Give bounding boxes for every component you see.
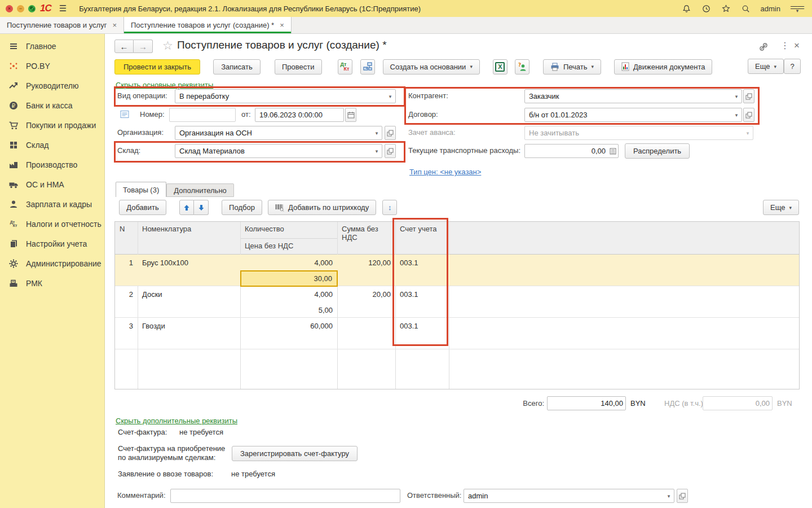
sidebar-item-poby[interactable]: PO.BY [0, 56, 104, 76]
assistant-button[interactable]: ? [515, 59, 529, 75]
form-more-button[interactable]: Еще▾ [748, 59, 784, 74]
cell-price-selected[interactable]: 30,00 [240, 270, 338, 287]
price-type-link[interactable]: Тип цен: <не указан> [409, 168, 481, 176]
tab-dopolnitelno[interactable]: Дополнительно [166, 183, 234, 197]
cell-qty[interactable]: 4,000 [240, 255, 337, 270]
cell-price[interactable]: 5,00 [240, 302, 337, 318]
favorite-star-icon[interactable]: ☆ [162, 39, 173, 52]
more-menu-kebab-icon[interactable]: ⋮ [780, 40, 789, 51]
dropdown-arrow-icon[interactable]: ▾ [372, 144, 382, 157]
table-row[interactable]: 2 Доски 4,000 5,00 20,00 003.1 [115, 286, 799, 318]
warehouse-open-button[interactable] [385, 144, 396, 158]
distribute-button[interactable]: Распределить [625, 143, 690, 159]
warehouse-field[interactable]: Склад Материалов ▾ [175, 144, 382, 158]
sidebar-item-proizvodstvo[interactable]: Производство [0, 155, 104, 174]
register-invoice-button[interactable]: Зарегистрировать счет-фактуру [232, 446, 358, 461]
cell-qty[interactable]: 60,000 [240, 318, 337, 334]
comment-field[interactable] [170, 489, 400, 503]
dropdown-arrow-icon[interactable]: ▾ [731, 108, 742, 121]
dropdown-arrow-icon[interactable]: ▾ [664, 489, 674, 502]
organization-open-button[interactable] [385, 126, 396, 140]
add-by-barcode-button[interactable]: Добавить по штрихкоду [268, 200, 376, 215]
sidebar-item-glavnoe[interactable]: Главное [0, 36, 104, 56]
dropdown-arrow-icon[interactable]: ▾ [385, 90, 395, 103]
zoom-window-icon[interactable] [28, 5, 36, 12]
cell-n[interactable]: 3 [115, 318, 138, 334]
tab-tovary[interactable]: Товары (3) [116, 182, 166, 197]
items-table[interactable]: N Номенклатура Количество Цена без НДС С… [114, 221, 800, 389]
minimize-window-icon[interactable]: − [17, 5, 24, 12]
back-button[interactable]: ← [114, 40, 134, 53]
sidebar-item-administrirovanie[interactable]: Администрирование [0, 253, 104, 273]
move-row-down-button[interactable] [194, 200, 209, 215]
sidebar-item-nalogi-otchetnost[interactable]: ДтКт Налоги и отчетность [0, 214, 104, 234]
close-window-icon[interactable]: × [6, 5, 13, 12]
hide-additional-attributes-link[interactable]: Скрыть дополнительные реквизиты [116, 417, 237, 425]
dropdown-arrow-icon[interactable]: ▾ [731, 90, 742, 103]
post-button[interactable]: Провести [275, 59, 322, 75]
col-header-item[interactable]: Номенклатура [138, 222, 240, 236]
sidebar-item-nastroyki-ucheta[interactable]: Настройки учета [0, 234, 104, 253]
cell-n[interactable]: 1 [115, 255, 138, 270]
current-user[interactable]: admin [761, 5, 780, 13]
create-based-on-button[interactable]: Создать на основании▾ [383, 59, 480, 75]
tab-postuplenie-create[interactable]: Поступление товаров и услуг (создание) *… [124, 17, 292, 33]
close-tab-icon[interactable]: × [280, 21, 284, 29]
cell-sum[interactable]: 20,00 [337, 286, 395, 302]
table-row[interactable]: 3 Гвозди 60,000 003.1 [115, 318, 799, 349]
col-header-sum[interactable]: Сумма без НДС [337, 222, 395, 244]
print-button[interactable]: Печать▾ [543, 59, 601, 75]
cell-account[interactable]: 003.1 [395, 318, 449, 334]
search-icon[interactable] [741, 4, 751, 14]
document-movements-button[interactable]: Движения документа [614, 59, 712, 75]
col-header-n[interactable]: N [115, 222, 138, 236]
cell-qty[interactable]: 4,000 [240, 286, 337, 302]
move-row-up-button[interactable] [179, 200, 194, 215]
post-and-close-button[interactable]: Провести и закрыть [114, 59, 200, 75]
contract-open-button[interactable] [743, 108, 754, 122]
sidebar-item-rmk[interactable]: РМК [0, 273, 104, 293]
write-button[interactable]: Записать [213, 59, 261, 75]
counterparty-field[interactable]: Заказчик ▾ [524, 89, 742, 103]
structure-button[interactable] [360, 59, 375, 75]
table-row[interactable]: 1 Брус 100x100 4,000 120,00 003.1 30,00 [115, 255, 799, 286]
row-height-toggle-button[interactable]: ↕ [382, 200, 397, 215]
get-link-icon[interactable] [758, 42, 769, 54]
transport-costs-field[interactable]: 0,00 [524, 144, 619, 158]
sidebar-item-zarplata-kadry[interactable]: Зарплата и кадры [0, 194, 104, 214]
col-header-account[interactable]: Счет учета [395, 222, 449, 236]
excel-export-button[interactable]: X [493, 59, 508, 75]
contract-field[interactable]: б/н от 01.01.2023 ▾ [524, 108, 742, 122]
date-field[interactable]: 19.06.2023 0:00:00 [255, 108, 344, 122]
pick-items-button[interactable]: Подбор [222, 200, 262, 215]
organization-field[interactable]: Организация на ОСН ▾ [175, 126, 382, 140]
responsible-field[interactable]: admin ▾ [464, 489, 674, 503]
counterparty-open-button[interactable] [743, 89, 754, 103]
cell-item[interactable]: Гвозди [138, 318, 240, 334]
dtkt-button[interactable]: ДтКт [338, 59, 352, 75]
cell-item[interactable]: Доски [138, 286, 240, 302]
notifications-bell-icon[interactable] [682, 4, 691, 14]
table-more-button[interactable]: Еще▾ [763, 200, 799, 215]
cell-item[interactable]: Брус 100x100 [138, 255, 240, 270]
sidebar-item-bank-kassa[interactable]: ₽ Банк и касса [0, 95, 104, 115]
favorites-star-icon[interactable] [721, 4, 731, 14]
cell-sum[interactable]: 120,00 [337, 255, 395, 270]
cell-n[interactable]: 2 [115, 286, 138, 302]
cell-account[interactable]: 003.1 [395, 255, 449, 270]
sidebar-item-rukovoditelyu[interactable]: Руководителю [0, 76, 104, 95]
responsible-open-button[interactable] [677, 489, 688, 503]
operation-field[interactable]: В переработку ▾ [175, 89, 396, 103]
main-menu-icon[interactable]: ☰ [59, 3, 67, 14]
add-row-button[interactable]: Добавить [119, 200, 166, 215]
forward-button[interactable]: → [134, 40, 153, 53]
calculator-icon[interactable] [608, 144, 618, 157]
sidebar-item-sklad[interactable]: Склад [0, 135, 104, 155]
sidebar-item-os-nma[interactable]: ОС и НМА [0, 174, 104, 194]
col-header-price[interactable]: Цена без НДС [240, 238, 337, 253]
dropdown-arrow-icon[interactable]: ▾ [372, 126, 382, 139]
cell-sum[interactable] [337, 318, 395, 334]
hide-main-attributes-link[interactable]: Скрыть основные реквизиты [116, 81, 213, 89]
calendar-button[interactable] [345, 108, 356, 122]
number-field[interactable] [169, 108, 236, 122]
